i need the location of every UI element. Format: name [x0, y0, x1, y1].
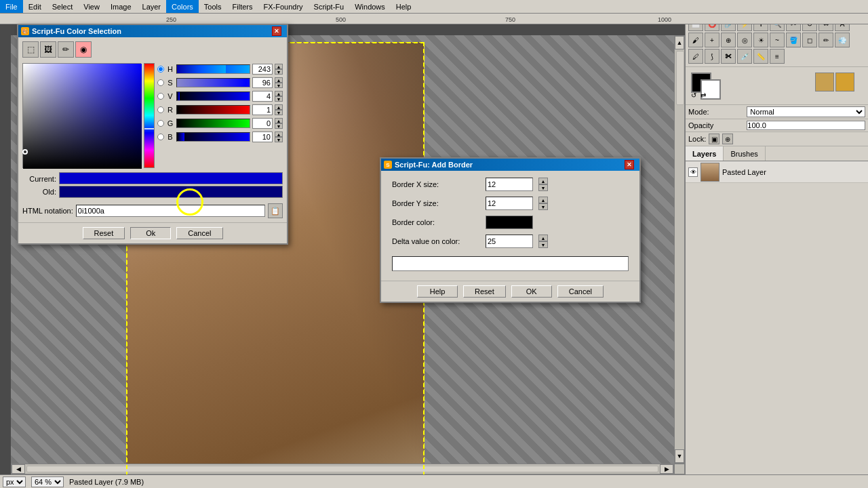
border-reset-button[interactable]: Reset: [463, 285, 506, 298]
menu-scriptfu[interactable]: Script-Fu: [309, 0, 350, 13]
color-dialog-titlebar[interactable]: 🎨 Script-Fu Color Selection ✕: [18, 25, 287, 37]
border-help-button[interactable]: Help: [417, 285, 458, 298]
gradient-swatch[interactable]: [835, 73, 854, 92]
border-dialog-close[interactable]: ✕: [625, 160, 634, 169]
pattern-swatch[interactable]: [815, 73, 834, 92]
tool-iscissors[interactable]: ✀: [721, 49, 736, 64]
tool-paint[interactable]: 🖌: [688, 33, 703, 47]
radio-v[interactable]: [157, 93, 164, 100]
tab-brushes[interactable]: Brushes: [724, 146, 765, 161]
old-color-swatch[interactable]: [59, 186, 283, 198]
track-g[interactable]: [176, 119, 250, 128]
swap-colors-icon[interactable]: ⇄: [701, 92, 706, 99]
input-g[interactable]: [252, 118, 273, 129]
color-ok-button[interactable]: Ok: [130, 227, 171, 239]
lock-position-icon[interactable]: ⊕: [722, 134, 733, 144]
menu-layer[interactable]: Layer: [137, 0, 167, 13]
menu-tools[interactable]: Tools: [199, 0, 227, 13]
track-r[interactable]: [176, 105, 250, 115]
delta-input[interactable]: [486, 235, 533, 248]
menu-filters[interactable]: Filters: [227, 0, 258, 13]
radio-h[interactable]: [157, 66, 164, 73]
spinner-g[interactable]: ▲▼: [275, 118, 283, 129]
menu-windows[interactable]: Windows: [349, 0, 391, 13]
tool-ink[interactable]: 🖊: [688, 49, 703, 64]
input-r[interactable]: [252, 104, 273, 115]
border-y-input[interactable]: [486, 197, 533, 210]
input-v[interactable]: [252, 91, 273, 102]
tool-color-picker[interactable]: 💉: [737, 49, 752, 64]
current-color-swatch[interactable]: [59, 172, 283, 184]
track-b[interactable]: [176, 132, 250, 142]
spinner-b[interactable]: ▲▼: [275, 131, 283, 142]
tool-pencil[interactable]: ✏: [818, 33, 833, 47]
color-tool-1[interactable]: ⬚: [22, 41, 39, 58]
tool-smudge[interactable]: ~: [770, 33, 785, 47]
tool-paths[interactable]: ⟆: [705, 49, 719, 64]
color-reset-button[interactable]: Reset: [83, 227, 125, 239]
menu-view[interactable]: View: [78, 0, 105, 13]
label-v: V: [166, 92, 174, 100]
menu-colors[interactable]: Colors: [166, 0, 199, 13]
unit-select[interactable]: px: [3, 476, 26, 487]
color-tool-3[interactable]: ✏: [58, 41, 74, 58]
spinner-r[interactable]: ▲▼: [275, 104, 283, 115]
border-color-swatch[interactable]: [486, 216, 533, 229]
menu-help[interactable]: Help: [391, 0, 417, 13]
mode-select[interactable]: Normal: [747, 106, 865, 117]
menu-select[interactable]: Select: [47, 0, 79, 13]
html-notation-copy-btn[interactable]: 📋: [268, 203, 283, 218]
border-cancel-button[interactable]: Cancel: [557, 285, 604, 298]
spinner-s[interactable]: ▲▼: [275, 77, 283, 88]
border-ok-button[interactable]: OK: [511, 285, 552, 298]
html-notation-input[interactable]: [76, 205, 265, 217]
gradient-square[interactable]: [22, 63, 141, 168]
color-cancel-button[interactable]: Cancel: [176, 227, 222, 239]
input-h[interactable]: [252, 64, 273, 75]
color-tool-2[interactable]: 🖼: [40, 41, 56, 58]
zoom-select[interactable]: 64 %: [31, 476, 64, 487]
layer-item-pasted[interactable]: 👁 Pasted Layer: [686, 161, 868, 183]
delta-spinner[interactable]: ▲▼: [538, 235, 548, 248]
track-v[interactable]: [176, 92, 250, 101]
tool-eraser[interactable]: ◻: [802, 33, 817, 47]
color-tool-4[interactable]: ◉: [75, 41, 92, 58]
spinner-v[interactable]: ▲▼: [275, 91, 283, 102]
layer-visibility-icon[interactable]: 👁: [688, 167, 698, 177]
tab-layers[interactable]: Layers: [686, 146, 724, 161]
tool-align[interactable]: ≡: [770, 49, 785, 64]
lock-pixels-icon[interactable]: ▣: [709, 134, 719, 144]
radio-r[interactable]: [157, 106, 164, 113]
border-x-spinner[interactable]: ▲▼: [538, 178, 548, 191]
input-s[interactable]: [252, 77, 273, 88]
radio-g[interactable]: [157, 120, 164, 127]
menu-fx-foundry[interactable]: FX-Foundry: [258, 0, 308, 13]
track-s[interactable]: [176, 78, 250, 87]
reset-colors-icon[interactable]: ↺: [691, 92, 696, 99]
tool-clone[interactable]: ⊕: [721, 33, 736, 47]
border-dialog-titlebar[interactable]: S Script-Fu: Add Border ✕: [381, 159, 639, 171]
border-x-input[interactable]: [486, 178, 533, 191]
spinner-h[interactable]: ▲▼: [275, 64, 283, 75]
border-y-spinner[interactable]: ▲▼: [538, 197, 548, 210]
hue-strip[interactable]: [144, 63, 155, 168]
scrollbar-corner: [674, 464, 685, 474]
color-dialog-close[interactable]: ✕: [272, 26, 281, 36]
tool-fill[interactable]: 🪣: [786, 33, 801, 47]
scrollbar-horizontal[interactable]: ◀ ▶: [11, 464, 674, 474]
track-h[interactable]: [176, 64, 250, 74]
slider-v: V ▲▼: [157, 90, 283, 102]
tool-measure[interactable]: 📏: [753, 49, 768, 64]
radio-s[interactable]: [157, 79, 164, 86]
radio-b[interactable]: [157, 134, 164, 140]
tool-airbrush[interactable]: 💨: [835, 33, 850, 47]
scrollbar-vertical[interactable]: ▲ ▼: [674, 35, 685, 464]
tool-dodge[interactable]: ☀: [753, 33, 768, 47]
opacity-input[interactable]: [747, 121, 865, 130]
menu-edit[interactable]: Edit: [23, 0, 47, 13]
tool-heal[interactable]: +: [705, 33, 719, 47]
menu-image[interactable]: Image: [105, 0, 137, 13]
tool-blur[interactable]: ◎: [737, 33, 752, 47]
input-b[interactable]: [252, 131, 273, 142]
menu-file[interactable]: File: [0, 0, 23, 13]
